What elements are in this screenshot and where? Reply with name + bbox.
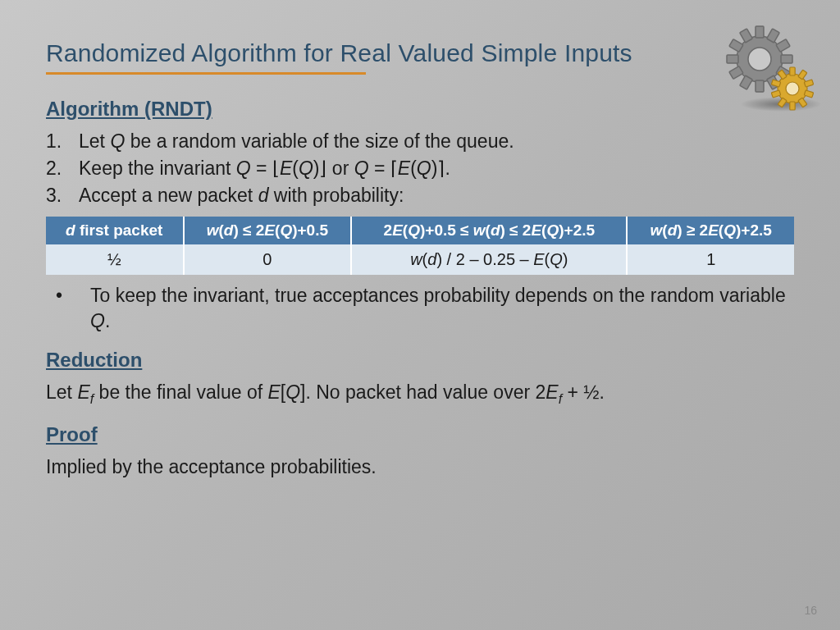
- page-number: 16: [804, 604, 817, 617]
- table-header-row: d first packet w(d) ≤ 2E(Q)+0.5 2E(Q)+0.…: [46, 217, 794, 244]
- td-val-2: w(d) / 2 – 0.25 – E(Q): [351, 244, 627, 275]
- proof-text: Implied by the acceptance probabilities.: [46, 454, 794, 480]
- td-val-3: 1: [627, 244, 794, 275]
- step-1-text: Let Q be a random variable of the size o…: [79, 130, 514, 152]
- svg-point-5: [786, 82, 799, 95]
- th-cond-2: 2E(Q)+0.5 ≤ w(d) ≤ 2E(Q)+2.5: [351, 217, 627, 244]
- step-2-num: 2.: [46, 156, 72, 181]
- th-cond-1: w(d) ≤ 2E(Q)+0.5: [184, 217, 352, 244]
- probability-table: d first packet w(d) ≤ 2E(Q)+0.5 2E(Q)+0.…: [46, 217, 794, 275]
- slide-title: Randomized Algorithm for Real Valued Sim…: [46, 39, 794, 67]
- step-2: 2. Keep the invariant Q = ⌊E(Q)⌋ or Q = …: [79, 156, 794, 181]
- td-first-packet: ½: [46, 244, 184, 275]
- table-row: ½ 0 w(d) / 2 – 0.25 – E(Q) 1: [46, 244, 794, 275]
- algorithm-steps: 1. Let Q be a random variable of the siz…: [46, 129, 794, 208]
- svg-rect-4: [790, 67, 795, 75]
- svg-rect-1: [756, 26, 764, 38]
- step-1-num: 1.: [46, 129, 72, 154]
- bullet-1: To keep the invariant, true acceptances …: [79, 283, 794, 334]
- step-3-num: 3.: [46, 183, 72, 208]
- step-3-text: Accept a new packet d with probability:: [79, 185, 404, 206]
- slide-content: Randomized Algorithm for Real Valued Sim…: [0, 0, 840, 630]
- heading-proof: Proof: [46, 423, 794, 446]
- invariant-note: To keep the invariant, true acceptances …: [46, 283, 794, 334]
- td-val-1: 0: [184, 244, 352, 275]
- svg-point-2: [748, 48, 771, 71]
- step-2-text: Keep the invariant Q = ⌊E(Q)⌋ or Q = ⌈E(…: [79, 158, 450, 179]
- step-1: 1. Let Q be a random variable of the siz…: [79, 129, 794, 154]
- reduction-text: Let Ef be the final value of E[Q]. No pa…: [46, 380, 794, 408]
- gears-icon: [725, 25, 824, 123]
- heading-reduction: Reduction: [46, 349, 794, 372]
- step-3: 3. Accept a new packet d with probabilit…: [79, 183, 794, 208]
- title-underline: [46, 72, 366, 75]
- th-cond-3: w(d) ≥ 2E(Q)+2.5: [627, 217, 794, 244]
- th-first-packet: d first packet: [46, 217, 184, 244]
- heading-algorithm: Algorithm (RNDT): [46, 98, 794, 121]
